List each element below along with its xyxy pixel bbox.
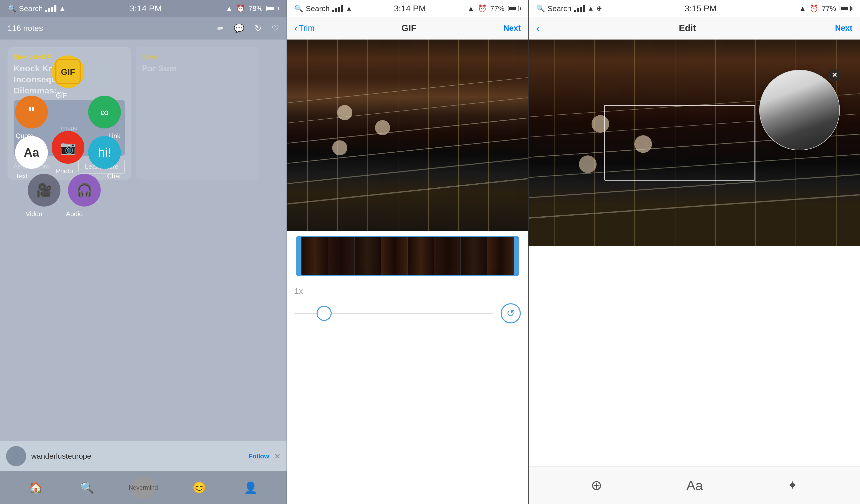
account-icon-nav[interactable]: 👤 xyxy=(244,481,258,494)
close-follow-button[interactable]: ✕ xyxy=(274,452,281,461)
nav-bar-2: ‹ Trim GIF Next xyxy=(287,17,528,40)
alarm-icon-2: ⏰ xyxy=(478,4,487,13)
magnifier-overlay[interactable] xyxy=(759,70,840,150)
photo-label: Photo xyxy=(56,167,73,175)
effects-icon: ✦ xyxy=(787,478,798,493)
chat-button[interactable]: hi! xyxy=(88,136,121,169)
next-button-3[interactable]: Next xyxy=(835,24,852,33)
status-right-1: ▲ ⏰ 78% xyxy=(226,4,279,13)
text-label: Text xyxy=(16,172,28,180)
gif-preview xyxy=(287,40,528,231)
broadcast-icon-3: ⊕ xyxy=(597,4,602,12)
effects-button[interactable]: ✦ xyxy=(787,478,798,493)
chat-icon: hi! xyxy=(98,145,111,160)
guitar-preview-bg xyxy=(287,40,528,231)
frame-2 xyxy=(328,237,354,275)
message-icon[interactable]: 💬 xyxy=(234,23,244,33)
string-6 xyxy=(287,178,528,204)
alarm-icon-3: ⏰ xyxy=(809,4,818,13)
link-button[interactable]: ∞ xyxy=(88,96,121,128)
location-icon-3: ▲ xyxy=(799,4,806,13)
location-icon-2: ▲ xyxy=(468,4,474,13)
edit-toolbar: ⊕ Aa ✦ xyxy=(529,466,860,504)
back-button-2[interactable]: ‹ Trim xyxy=(295,23,315,33)
gif-button[interactable]: GIF xyxy=(52,55,84,88)
frame-3 xyxy=(355,237,381,275)
nav-title-3: Edit xyxy=(679,23,696,33)
status-right-3: ▲ ⏰ 77% xyxy=(799,4,852,13)
notes-count: 116 notes xyxy=(8,24,43,33)
battery-pct-2: 77% xyxy=(490,4,504,13)
loop-button[interactable]: ↺ xyxy=(501,303,521,323)
guitar-visual xyxy=(287,40,528,231)
app-name-3: Search xyxy=(547,4,571,13)
photo-button[interactable]: 📷 xyxy=(52,131,84,164)
speed-slider-track[interactable] xyxy=(295,313,493,314)
frame-5 xyxy=(408,237,434,275)
signal-bars-1 xyxy=(45,5,56,12)
wifi-icon-1: ▲ xyxy=(59,4,66,13)
emoji-icon-nav[interactable]: 😊 xyxy=(192,481,206,494)
audio-icon: 🎧 xyxy=(76,183,93,198)
timeline-handle-left[interactable] xyxy=(297,237,301,275)
frame-4 xyxy=(381,237,407,275)
compose-icon[interactable]: ✏ xyxy=(217,23,224,33)
e-fret-2 xyxy=(594,40,595,246)
follow-button[interactable]: Follow xyxy=(248,452,269,460)
quote-button[interactable]: " xyxy=(15,96,48,128)
battery-icon-1 xyxy=(266,6,279,11)
time-2: 3:14 PM xyxy=(394,3,426,13)
frame-1 xyxy=(301,237,328,275)
search-icon-2: 🔍 xyxy=(295,4,303,13)
string-3 xyxy=(287,118,528,144)
battery-pct-3: 77% xyxy=(822,4,836,13)
link-icon: ∞ xyxy=(100,105,109,119)
e-fret-6 xyxy=(755,40,756,246)
next-button-2[interactable]: Next xyxy=(503,24,521,33)
status-bar-3: 🔍 Search ▲ ⊕ 3:15 PM ▲ ⏰ 77% xyxy=(529,0,860,17)
status-left-2: 🔍 Search ▲ xyxy=(295,4,352,13)
heart-icon[interactable]: ♡ xyxy=(271,23,279,33)
e-fret-1 xyxy=(554,40,555,246)
fret-5 xyxy=(428,40,429,231)
battery-icon-3 xyxy=(840,6,852,11)
status-left-1: 🔍 Search ▲ xyxy=(8,4,66,13)
e-finger-3 xyxy=(579,155,597,173)
card-title-2: Par Sum xyxy=(142,63,253,74)
search-nav-icon[interactable]: 🔍 xyxy=(80,481,94,494)
chevron-left-icon-3: ‹ xyxy=(536,22,540,34)
speed-slider-row: ↺ xyxy=(295,303,521,323)
signal-bars-2 xyxy=(332,5,343,12)
audio-button[interactable]: 🎧 xyxy=(68,174,101,206)
timeline-strip[interactable] xyxy=(296,236,519,276)
panel-tumblr: 🔍 Search ▲ 3:14 PM ▲ ⏰ 78% 116 not xyxy=(0,0,287,504)
quote-icon: " xyxy=(28,103,35,121)
text-tool-button[interactable]: Aa xyxy=(686,477,703,493)
time-1: 3:14 PM xyxy=(130,3,162,13)
finger-dot-1 xyxy=(337,105,352,120)
timeline-frames xyxy=(301,237,514,275)
speed-slider-thumb[interactable] xyxy=(317,306,332,321)
repost-icon[interactable]: ↻ xyxy=(254,23,261,33)
layers-button[interactable]: ⊕ xyxy=(591,477,602,493)
video-button[interactable]: 🎥 xyxy=(28,174,60,206)
chevron-left-icon-2: ‹ xyxy=(295,23,297,33)
back-button-3[interactable]: ‹ xyxy=(536,22,540,34)
signal-bars-3 xyxy=(574,5,585,12)
status-left-3: 🔍 Search ▲ ⊕ xyxy=(536,4,602,13)
home-icon-nav[interactable]: 🏠 xyxy=(29,481,43,494)
timeline-handle-right[interactable] xyxy=(514,237,518,275)
speed-label: 1x xyxy=(295,286,303,296)
text-button[interactable]: Aa xyxy=(15,136,48,169)
compose-nav-button[interactable]: Nevermind xyxy=(132,476,155,499)
nav-title-2: GIF xyxy=(401,23,417,33)
panel-gif-editor: 🔍 Search ▲ 3:14 PM ▲ ⏰ 77% xyxy=(287,0,528,504)
string-2 xyxy=(288,98,528,123)
trim-label: Trim xyxy=(299,24,315,33)
card-2: Spon Par Sum xyxy=(136,47,259,179)
magnifier-content xyxy=(760,70,839,150)
selection-box[interactable] xyxy=(604,105,755,181)
close-magnifier-button[interactable]: ✕ xyxy=(828,69,841,81)
frame-6 xyxy=(434,237,461,275)
status-bar-2: 🔍 Search ▲ 3:14 PM ▲ ⏰ 77% xyxy=(287,0,528,17)
